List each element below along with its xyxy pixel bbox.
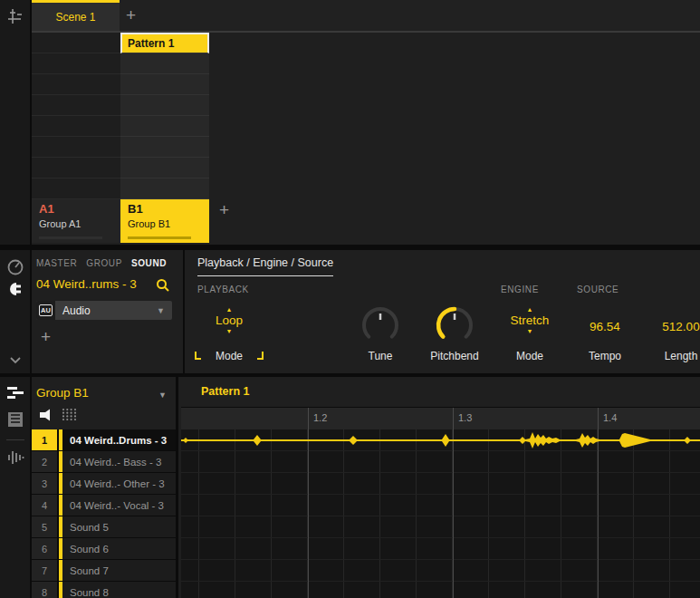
channel-left-pane: MASTERGROUPSOUND 04 Weird..rums - 3 AU A…: [32, 250, 185, 373]
rail-divider: [6, 439, 24, 440]
sound-name[interactable]: 04 Weird..rums - 3: [36, 277, 137, 291]
chevron-down-icon: ▼: [157, 306, 165, 315]
chevron-down-icon[interactable]: ▼: [158, 391, 167, 400]
sound-row-4[interactable]: 404 Weird..- Vocal - 3: [32, 495, 176, 516]
scene-tab[interactable]: Scene 1: [32, 0, 120, 31]
events-view-icon[interactable]: [6, 385, 24, 403]
spinner-up-icon[interactable]: ▲: [496, 306, 563, 313]
pitchbend-knob[interactable]: [435, 305, 475, 345]
group-b1-name: Group B1: [128, 218, 202, 229]
panel-title[interactable]: Playback / Engine / Source: [197, 256, 333, 276]
tab-master[interactable]: MASTER: [36, 258, 77, 268]
group-a1-id: A1: [39, 202, 113, 216]
playback-mode-label: Mode: [196, 350, 263, 362]
keyboard-view-icon[interactable]: [6, 410, 24, 429]
source-section-label: SOURCE: [577, 285, 618, 294]
spinner-up-icon[interactable]: ▲: [196, 306, 263, 313]
length-label: Length: [647, 350, 700, 362]
spinner-down-icon[interactable]: ▼: [496, 328, 563, 334]
tune-label: Tune: [347, 350, 414, 362]
tune-knob[interactable]: [360, 305, 400, 345]
sound-row-6[interactable]: 6Sound 6: [32, 538, 176, 560]
group-selector[interactable]: Group B1: [36, 386, 89, 400]
sound-row-5[interactable]: 5Sound 5: [32, 516, 176, 538]
group-b1-id: B1: [128, 202, 202, 216]
scene-tab-label: Scene 1: [55, 11, 95, 24]
sound-list: 104 Weird..Drums - 3 204 Weird..- Bass -…: [32, 429, 176, 598]
maschine-window: Scene 1 + Pattern 1 A1 Group A1 B1 Group: [0, 0, 700, 598]
pattern-name-label[interactable]: Pattern 1: [201, 385, 250, 398]
add-plugin-button[interactable]: +: [41, 328, 51, 345]
pattern-editor: Pattern 1 1.2 1.3 1.4: [181, 377, 700, 598]
tab-group[interactable]: GROUP: [86, 258, 122, 268]
spinner-down-icon[interactable]: ▼: [196, 328, 263, 334]
pitchbend-label: Pitchbend: [421, 350, 488, 362]
plugin-icon[interactable]: [6, 280, 24, 298]
group-a1-pattern-column[interactable]: [32, 33, 120, 199]
group-a1-meter: [39, 236, 102, 239]
group-b1-pattern-column[interactable]: Pattern 1: [120, 33, 209, 199]
timeline-tick-label: 1.4: [603, 412, 617, 423]
timeline-tick-label: 1.2: [313, 412, 327, 423]
playback-mode-selector[interactable]: ▲ Loop ▼: [196, 306, 263, 334]
channel-properties-icon[interactable]: [6, 258, 24, 276]
channel-rail: [0, 250, 30, 373]
group-slot-a1[interactable]: A1 Group A1: [32, 199, 120, 243]
playback-section-label: PLAYBACK: [197, 285, 249, 294]
engine-mode-selector[interactable]: ▲ Stretch ▼: [496, 306, 563, 334]
sound-row-7[interactable]: 7Sound 7: [32, 560, 176, 582]
group-row: A1 Group A1 B1 Group B1 +: [32, 199, 700, 243]
timeline-tick-label: 1.3: [458, 412, 472, 423]
engine-mode-label: Mode: [496, 350, 563, 362]
plugin-dropdown[interactable]: AU Audio ▼: [36, 301, 172, 320]
sound-list-pane: Group B1 ▼ 104 Weird..Drums - 3 204: [32, 377, 178, 598]
pattern-editor-section: Group B1 ▼ 104 Weird..Drums - 3 204: [32, 377, 700, 598]
sampler-view-icon[interactable]: [6, 448, 24, 467]
channel-tabs: MASTERGROUPSOUND: [36, 258, 176, 268]
sound-row-3[interactable]: 304 Weird..- Other - 3: [32, 473, 176, 495]
tab-sound[interactable]: SOUND: [131, 258, 167, 268]
pad-grid-icon[interactable]: [62, 408, 77, 425]
engine-section-label: ENGINE: [501, 285, 539, 294]
add-scene-button[interactable]: +: [126, 6, 136, 24]
group-b1-meter: [128, 236, 191, 239]
add-group-button[interactable]: +: [219, 201, 229, 218]
audio-speaker-icon[interactable]: [39, 409, 53, 425]
arranger-rail: [0, 0, 30, 245]
sound-row-8[interactable]: 8Sound 8: [32, 582, 176, 598]
search-icon[interactable]: [156, 278, 170, 296]
group-slot-b1[interactable]: B1 Group B1: [120, 199, 209, 243]
arranger-section: Scene 1 + Pattern 1 A1 Group A1 B1 Group: [32, 0, 700, 245]
tempo-label: Tempo: [571, 350, 638, 362]
pattern-editor-header: Pattern 1: [181, 377, 700, 408]
engine-mode-value: Stretch: [496, 313, 563, 328]
group-a1-name: Group A1: [39, 218, 113, 229]
plugin-dropdown-label: Audio: [62, 304, 91, 317]
plugin-panel: Playback / Engine / Source PLAYBACK ENGI…: [187, 250, 700, 373]
sound-row-1[interactable]: 104 Weird..Drums - 3: [32, 429, 176, 451]
tempo-value[interactable]: 96.54: [569, 320, 641, 333]
ideas-view-icon[interactable]: [6, 7, 24, 25]
length-value[interactable]: 512.00: [645, 320, 700, 333]
playback-mode-value: Loop: [196, 313, 263, 328]
sound-row-2[interactable]: 204 Weird..- Bass - 3: [32, 451, 176, 473]
editor-rail: [0, 377, 30, 598]
pattern-slot[interactable]: Pattern 1: [120, 33, 209, 53]
timeline-ruler[interactable]: 1.2 1.3 1.4: [181, 408, 700, 429]
au-plugin-icon: AU: [36, 301, 55, 320]
focus-bracket-right: [257, 352, 264, 360]
channel-section: MASTERGROUPSOUND 04 Weird..rums - 3 AU A…: [32, 250, 700, 373]
scene-tab-row: Scene 1 +: [32, 0, 700, 33]
collapse-chevron-icon[interactable]: [6, 352, 24, 370]
note-grid[interactable]: [181, 429, 700, 598]
audio-waveform[interactable]: [181, 429, 700, 451]
